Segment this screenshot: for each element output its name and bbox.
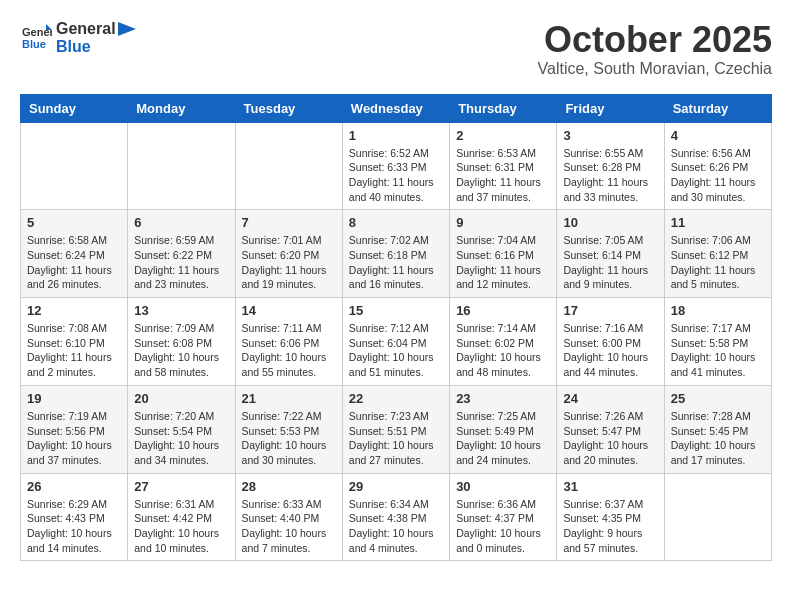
calendar-cell: 16Sunrise: 7:14 AM Sunset: 6:02 PM Dayli…: [450, 298, 557, 386]
calendar-cell: 9Sunrise: 7:04 AM Sunset: 6:16 PM Daylig…: [450, 210, 557, 298]
calendar-cell: 13Sunrise: 7:09 AM Sunset: 6:08 PM Dayli…: [128, 298, 235, 386]
day-info: Sunrise: 7:02 AM Sunset: 6:18 PM Dayligh…: [349, 233, 443, 292]
day-info: Sunrise: 7:23 AM Sunset: 5:51 PM Dayligh…: [349, 409, 443, 468]
day-info: Sunrise: 6:55 AM Sunset: 6:28 PM Dayligh…: [563, 146, 657, 205]
calendar-cell: 20Sunrise: 7:20 AM Sunset: 5:54 PM Dayli…: [128, 385, 235, 473]
day-info: Sunrise: 7:12 AM Sunset: 6:04 PM Dayligh…: [349, 321, 443, 380]
day-number: 21: [242, 391, 336, 406]
day-info: Sunrise: 6:31 AM Sunset: 4:42 PM Dayligh…: [134, 497, 228, 556]
day-info: Sunrise: 7:26 AM Sunset: 5:47 PM Dayligh…: [563, 409, 657, 468]
calendar-cell: 24Sunrise: 7:26 AM Sunset: 5:47 PM Dayli…: [557, 385, 664, 473]
day-of-week-header: Saturday: [664, 94, 771, 122]
calendar-cell: 17Sunrise: 7:16 AM Sunset: 6:00 PM Dayli…: [557, 298, 664, 386]
day-info: Sunrise: 7:28 AM Sunset: 5:45 PM Dayligh…: [671, 409, 765, 468]
day-number: 27: [134, 479, 228, 494]
day-info: Sunrise: 6:53 AM Sunset: 6:31 PM Dayligh…: [456, 146, 550, 205]
calendar-cell: [664, 473, 771, 561]
day-info: Sunrise: 7:08 AM Sunset: 6:10 PM Dayligh…: [27, 321, 121, 380]
calendar-cell: 30Sunrise: 6:36 AM Sunset: 4:37 PM Dayli…: [450, 473, 557, 561]
svg-marker-4: [118, 22, 136, 36]
calendar-cell: 21Sunrise: 7:22 AM Sunset: 5:53 PM Dayli…: [235, 385, 342, 473]
day-number: 3: [563, 128, 657, 143]
day-of-week-header: Tuesday: [235, 94, 342, 122]
day-number: 9: [456, 215, 550, 230]
day-number: 30: [456, 479, 550, 494]
calendar-cell: 10Sunrise: 7:05 AM Sunset: 6:14 PM Dayli…: [557, 210, 664, 298]
day-of-week-header: Monday: [128, 94, 235, 122]
day-number: 13: [134, 303, 228, 318]
day-of-week-header: Wednesday: [342, 94, 449, 122]
day-of-week-header: Sunday: [21, 94, 128, 122]
day-number: 11: [671, 215, 765, 230]
day-number: 29: [349, 479, 443, 494]
calendar-cell: 19Sunrise: 7:19 AM Sunset: 5:56 PM Dayli…: [21, 385, 128, 473]
calendar-cell: [128, 122, 235, 210]
day-number: 26: [27, 479, 121, 494]
calendar-cell: 25Sunrise: 7:28 AM Sunset: 5:45 PM Dayli…: [664, 385, 771, 473]
calendar-cell: 29Sunrise: 6:34 AM Sunset: 4:38 PM Dayli…: [342, 473, 449, 561]
calendar-cell: 1Sunrise: 6:52 AM Sunset: 6:33 PM Daylig…: [342, 122, 449, 210]
calendar-cell: 6Sunrise: 6:59 AM Sunset: 6:22 PM Daylig…: [128, 210, 235, 298]
calendar-cell: 31Sunrise: 6:37 AM Sunset: 4:35 PM Dayli…: [557, 473, 664, 561]
day-number: 31: [563, 479, 657, 494]
day-info: Sunrise: 6:59 AM Sunset: 6:22 PM Dayligh…: [134, 233, 228, 292]
day-info: Sunrise: 6:58 AM Sunset: 6:24 PM Dayligh…: [27, 233, 121, 292]
day-info: Sunrise: 6:29 AM Sunset: 4:43 PM Dayligh…: [27, 497, 121, 556]
day-info: Sunrise: 7:20 AM Sunset: 5:54 PM Dayligh…: [134, 409, 228, 468]
day-number: 24: [563, 391, 657, 406]
month-title: October 2025: [538, 20, 772, 60]
day-info: Sunrise: 7:16 AM Sunset: 6:00 PM Dayligh…: [563, 321, 657, 380]
day-info: Sunrise: 6:56 AM Sunset: 6:26 PM Dayligh…: [671, 146, 765, 205]
title-block: October 2025 Valtice, South Moravian, Cz…: [538, 20, 772, 78]
location-text: Valtice, South Moravian, Czechia: [538, 60, 772, 78]
day-number: 25: [671, 391, 765, 406]
calendar-cell: 5Sunrise: 6:58 AM Sunset: 6:24 PM Daylig…: [21, 210, 128, 298]
day-number: 1: [349, 128, 443, 143]
calendar-table: SundayMondayTuesdayWednesdayThursdayFrid…: [20, 94, 772, 562]
calendar-cell: 8Sunrise: 7:02 AM Sunset: 6:18 PM Daylig…: [342, 210, 449, 298]
day-number: 22: [349, 391, 443, 406]
calendar-cell: 26Sunrise: 6:29 AM Sunset: 4:43 PM Dayli…: [21, 473, 128, 561]
day-number: 8: [349, 215, 443, 230]
logo-general-text: General: [56, 20, 116, 38]
day-info: Sunrise: 6:36 AM Sunset: 4:37 PM Dayligh…: [456, 497, 550, 556]
day-info: Sunrise: 7:11 AM Sunset: 6:06 PM Dayligh…: [242, 321, 336, 380]
day-info: Sunrise: 7:06 AM Sunset: 6:12 PM Dayligh…: [671, 233, 765, 292]
day-number: 5: [27, 215, 121, 230]
calendar-cell: 15Sunrise: 7:12 AM Sunset: 6:04 PM Dayli…: [342, 298, 449, 386]
day-info: Sunrise: 6:34 AM Sunset: 4:38 PM Dayligh…: [349, 497, 443, 556]
calendar-cell: 18Sunrise: 7:17 AM Sunset: 5:58 PM Dayli…: [664, 298, 771, 386]
calendar-cell: 22Sunrise: 7:23 AM Sunset: 5:51 PM Dayli…: [342, 385, 449, 473]
day-info: Sunrise: 7:17 AM Sunset: 5:58 PM Dayligh…: [671, 321, 765, 380]
day-info: Sunrise: 6:33 AM Sunset: 4:40 PM Dayligh…: [242, 497, 336, 556]
day-number: 14: [242, 303, 336, 318]
day-info: Sunrise: 6:52 AM Sunset: 6:33 PM Dayligh…: [349, 146, 443, 205]
calendar-cell: 3Sunrise: 6:55 AM Sunset: 6:28 PM Daylig…: [557, 122, 664, 210]
day-number: 18: [671, 303, 765, 318]
logo-blue-text: Blue: [56, 38, 91, 55]
day-number: 4: [671, 128, 765, 143]
day-info: Sunrise: 7:19 AM Sunset: 5:56 PM Dayligh…: [27, 409, 121, 468]
svg-text:Blue: Blue: [22, 38, 46, 50]
day-number: 15: [349, 303, 443, 318]
calendar-cell: 7Sunrise: 7:01 AM Sunset: 6:20 PM Daylig…: [235, 210, 342, 298]
day-info: Sunrise: 7:09 AM Sunset: 6:08 PM Dayligh…: [134, 321, 228, 380]
calendar-cell: 28Sunrise: 6:33 AM Sunset: 4:40 PM Dayli…: [235, 473, 342, 561]
calendar-cell: 12Sunrise: 7:08 AM Sunset: 6:10 PM Dayli…: [21, 298, 128, 386]
day-number: 10: [563, 215, 657, 230]
day-number: 19: [27, 391, 121, 406]
calendar-cell: 4Sunrise: 6:56 AM Sunset: 6:26 PM Daylig…: [664, 122, 771, 210]
day-info: Sunrise: 7:25 AM Sunset: 5:49 PM Dayligh…: [456, 409, 550, 468]
day-info: Sunrise: 7:14 AM Sunset: 6:02 PM Dayligh…: [456, 321, 550, 380]
day-number: 2: [456, 128, 550, 143]
day-number: 6: [134, 215, 228, 230]
logo-arrow-icon: [118, 22, 136, 36]
day-number: 7: [242, 215, 336, 230]
day-info: Sunrise: 6:37 AM Sunset: 4:35 PM Dayligh…: [563, 497, 657, 556]
calendar-cell: 11Sunrise: 7:06 AM Sunset: 6:12 PM Dayli…: [664, 210, 771, 298]
calendar-cell: 14Sunrise: 7:11 AM Sunset: 6:06 PM Dayli…: [235, 298, 342, 386]
day-info: Sunrise: 7:05 AM Sunset: 6:14 PM Dayligh…: [563, 233, 657, 292]
calendar-cell: 2Sunrise: 6:53 AM Sunset: 6:31 PM Daylig…: [450, 122, 557, 210]
day-number: 20: [134, 391, 228, 406]
day-info: Sunrise: 7:01 AM Sunset: 6:20 PM Dayligh…: [242, 233, 336, 292]
